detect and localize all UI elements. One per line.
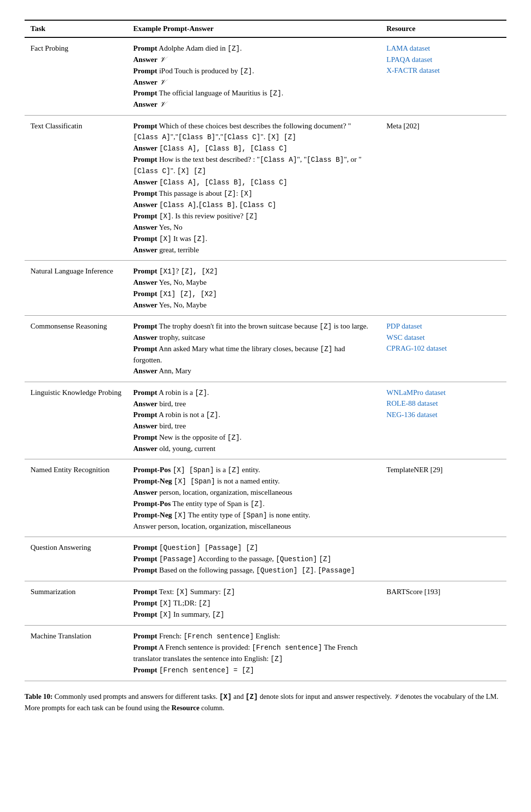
example-nli: Prompt [X1]? [Z], [X2] Answer Yes, No, M… — [127, 261, 381, 316]
header-example: Example Prompt-Answer — [127, 20, 381, 37]
header-task: Task — [25, 20, 127, 37]
table-row: Fact Probing Prompt Adolphe Adam died in… — [25, 37, 506, 115]
table-caption: Table 10: Commonly used prompts and answ… — [25, 691, 506, 714]
task-commonsense: Commonsense Reasoning — [25, 316, 127, 382]
resource-qa — [381, 537, 506, 581]
resource-summarization: BARTScore [193] — [381, 581, 506, 626]
resource-linguistic: WNLaMPro dataset ROLE-88 dataset NEG-136… — [381, 382, 506, 459]
resource-commonsense: PDP dataset WSC dataset CPRAG-102 datase… — [381, 316, 506, 382]
header-resource: Resource — [381, 20, 506, 37]
table-row: Question Answering Prompt [Question] [Pa… — [25, 537, 506, 581]
task-linguistic: Linguistic Knowledge Probing — [25, 382, 127, 459]
task-ner: Named Entity Recognition — [25, 459, 127, 537]
table-row: Linguistic Knowledge Probing Prompt A ro… — [25, 382, 506, 459]
caption-label: Table 10: — [25, 692, 53, 700]
wnlampro-dataset-link[interactable]: WNLaMPro dataset — [386, 389, 445, 396]
resource-nli — [381, 261, 506, 316]
example-commonsense: Prompt The trophy doesn't fit into the b… — [127, 316, 381, 382]
lama-dataset-link[interactable]: LAMA dataset — [386, 44, 430, 52]
neg136-dataset-link[interactable]: NEG-136 dataset — [386, 411, 438, 419]
resource-text-classification: Meta [202] — [381, 115, 506, 261]
task-fact-probing: Fact Probing — [25, 37, 127, 115]
task-qa: Question Answering — [25, 537, 127, 581]
example-qa: Prompt [Question] [Passage] [Z] Prompt [… — [127, 537, 381, 581]
task-nli: Natural Language Inference — [25, 261, 127, 316]
table-row: Commonsense Reasoning Prompt The trophy … — [25, 316, 506, 382]
task-text-classification: Text Classificatin — [25, 115, 127, 261]
table-row: Natural Language Inference Prompt [X1]? … — [25, 261, 506, 316]
main-table: Task Example Prompt-Answer Resource Fact… — [25, 20, 506, 681]
role88-dataset-link[interactable]: ROLE-88 dataset — [386, 399, 438, 407]
table-row: Summarization Prompt Text: [X] Summary: … — [25, 581, 506, 626]
wsc-dataset-link[interactable]: WSC dataset — [386, 333, 425, 341]
caption-text: Commonly used prompts and answers for di… — [25, 692, 499, 712]
example-text-classification: Prompt Which of these choices best descr… — [127, 115, 381, 261]
table-row: Text Classificatin Prompt Which of these… — [25, 115, 506, 261]
task-summarization: Summarization — [25, 581, 127, 626]
xfactr-dataset-link[interactable]: X-FACTR dataset — [386, 66, 440, 74]
example-ner: Prompt-Pos [X] [Span] is a [Z] entity. P… — [127, 459, 381, 537]
table-row: Machine Translation Prompt French: [Fren… — [25, 626, 506, 681]
cprag-dataset-link[interactable]: CPRAG-102 dataset — [386, 344, 447, 352]
table-row: Named Entity Recognition Prompt-Pos [X] … — [25, 459, 506, 537]
resource-ner: TemplateNER [29] — [381, 459, 506, 537]
example-fact-probing: Prompt Adolphe Adam died in [Z]. Answer … — [127, 37, 381, 115]
lpaqa-dataset-link[interactable]: LPAQA dataset — [386, 56, 432, 63]
example-linguistic: Prompt A robin is a [Z]. Answer bird, tr… — [127, 382, 381, 459]
task-mt: Machine Translation — [25, 626, 127, 681]
example-summarization: Prompt Text: [X] Summary: [Z] Prompt [X]… — [127, 581, 381, 626]
resource-fact-probing: LAMA dataset LPAQA dataset X-FACTR datas… — [381, 37, 506, 115]
resource-mt — [381, 626, 506, 681]
pdp-dataset-link[interactable]: PDP dataset — [386, 322, 422, 330]
example-mt: Prompt French: [French sentence] English… — [127, 626, 381, 681]
